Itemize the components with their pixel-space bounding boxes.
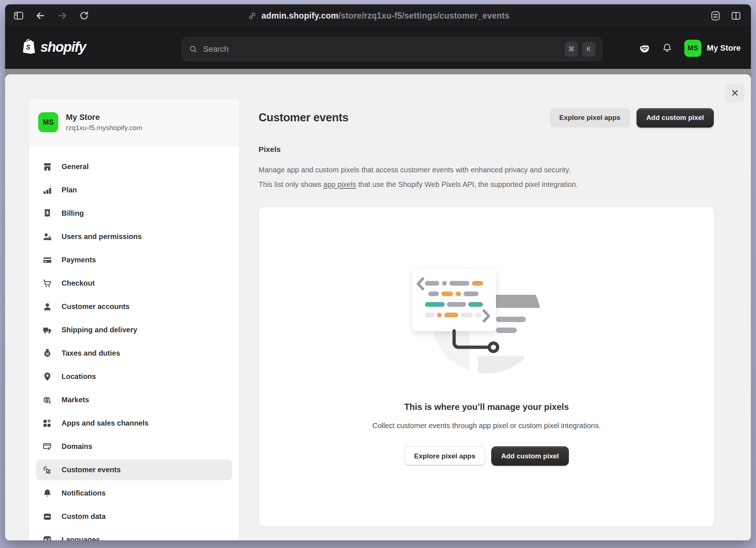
forward-icon[interactable] xyxy=(57,10,68,21)
sidebar-item-label: Domains xyxy=(62,442,92,451)
description-line1: Manage app and custom pixels that access… xyxy=(259,166,571,174)
svg-text:$: $ xyxy=(46,210,49,215)
store-menu[interactable]: MS My Store xyxy=(684,40,741,57)
empty-state-heading: This is where you’ll manage your pixels xyxy=(259,402,714,412)
sidebar-item-label: Languages xyxy=(62,536,100,540)
shopify-logo[interactable]: S shopify xyxy=(21,27,86,69)
k-key-badge: K xyxy=(582,42,595,56)
sidebar-item-label: Plan xyxy=(62,186,77,194)
svg-text:A: A xyxy=(44,538,48,540)
close-icon: ✕ xyxy=(731,87,739,99)
sidebar-store-name: My Store xyxy=(66,112,142,122)
sidebar-item-notifications[interactable]: Notifications xyxy=(36,483,232,504)
sidebar-item-label: Payments xyxy=(62,256,96,264)
shopify-wordmark: shopify xyxy=(40,39,86,57)
split-view-icon[interactable] xyxy=(731,11,741,21)
sidebar-item-general[interactable]: General xyxy=(36,156,232,177)
add-custom-pixel-button[interactable]: Add custom pixel xyxy=(637,108,714,128)
sidebar-item-label: Shipping and delivery xyxy=(62,326,137,334)
storefront-icon xyxy=(42,161,53,172)
apps-icon xyxy=(42,418,53,429)
pixels-illustration xyxy=(410,258,563,384)
settings-nav: GeneralPlan$BillingUsers and permissions… xyxy=(29,146,239,540)
sidebar-toggle-icon[interactable] xyxy=(13,10,24,21)
payments-icon xyxy=(42,255,53,266)
search-icon xyxy=(189,44,198,54)
description-line2-suffix: that use the Shopify Web Pixels API, the… xyxy=(356,180,578,188)
sidebar-item-label: Apps and sales channels xyxy=(62,419,149,427)
desktop: admin.shopify.com/store/rzq1xu-f5/settin… xyxy=(0,0,756,548)
shopify-bag-icon: S xyxy=(21,39,38,58)
store-avatar: MS xyxy=(684,40,701,57)
sidebar-item-custom-data[interactable]: Custom data xyxy=(36,506,232,527)
sidebar-store-header: MS My Store rzq1xu-f5.myshopify.com xyxy=(29,99,239,146)
locations-icon xyxy=(42,371,53,382)
url-path: /store/rzq1xu-f5/settings/customer_event… xyxy=(338,11,509,20)
sidebar-item-markets[interactable]: $Markets xyxy=(36,390,232,410)
cmd-key-badge: ⌘ xyxy=(565,42,578,56)
description-line2-prefix: This list only shows xyxy=(259,180,323,188)
custom-data-icon xyxy=(42,511,53,522)
sidebar-item-label: Users and permissions xyxy=(62,232,142,241)
sidebar-item-languages[interactable]: ALanguages xyxy=(36,529,232,540)
sidekick-icon[interactable] xyxy=(639,43,650,54)
reload-icon[interactable] xyxy=(79,10,90,21)
sidebar-item-billing[interactable]: $Billing xyxy=(36,203,232,224)
shipping-icon xyxy=(42,325,53,336)
settings-sidebar: MS My Store rzq1xu-f5.myshopify.com Gene… xyxy=(28,98,240,540)
pixels-section-heading: Pixels xyxy=(259,145,281,154)
markets-icon: $ xyxy=(42,395,53,406)
sidebar-item-taxes-and-duties[interactable]: Taxes and duties xyxy=(36,343,232,364)
sidebar-item-label: Customer accounts xyxy=(62,302,130,311)
sidebar-store-avatar: MS xyxy=(38,112,58,132)
sidebar-item-label: Markets xyxy=(62,396,89,404)
page-title: Customer events xyxy=(259,111,349,124)
browser-window: admin.shopify.com/store/rzq1xu-f5/settin… xyxy=(5,4,751,540)
domains-icon xyxy=(42,441,53,452)
sidebar-item-users-and-permissions[interactable]: Users and permissions xyxy=(36,226,232,247)
back-icon[interactable] xyxy=(35,10,46,21)
sidebar-item-checkout[interactable]: Checkout xyxy=(36,273,232,294)
shopify-header: S shopify ⌘ K xyxy=(5,27,751,69)
sidebar-item-locations[interactable]: Locations xyxy=(36,366,232,387)
browser-toolbar: admin.shopify.com/store/rzq1xu-f5/settin… xyxy=(5,4,751,27)
plan-icon xyxy=(42,185,53,196)
pixels-empty-state-card: This is where you’ll manage your pixels … xyxy=(259,206,714,527)
page-settings-icon[interactable] xyxy=(710,11,721,21)
languages-icon: A xyxy=(42,535,53,541)
sidebar-item-customer-events[interactable]: Customer events xyxy=(36,459,232,480)
svg-text:$: $ xyxy=(48,399,51,404)
svg-text:S: S xyxy=(26,44,31,51)
sidebar-item-label: General xyxy=(62,163,88,171)
customer-accounts-icon xyxy=(42,301,53,312)
global-search[interactable]: ⌘ K xyxy=(182,37,602,61)
empty-explore-pixel-apps-button[interactable]: Explore pixel apps xyxy=(404,446,485,466)
sidebar-item-label: Checkout xyxy=(62,279,95,287)
empty-add-custom-pixel-button[interactable]: Add custom pixel xyxy=(491,446,568,466)
sidebar-item-customer-accounts[interactable]: Customer accounts xyxy=(36,296,232,317)
url-host: admin.shopify.com xyxy=(261,11,338,20)
sidebar-item-domains[interactable]: Domains xyxy=(36,436,232,457)
sidebar-item-label: Custom data xyxy=(62,512,106,521)
explore-pixel-apps-button[interactable]: Explore pixel apps xyxy=(550,108,630,128)
users-icon xyxy=(42,231,53,242)
dimmed-page-backdrop: MS My Store rzq1xu-f5.myshopify.com Gene… xyxy=(5,69,751,540)
address-bar[interactable]: admin.shopify.com/store/rzq1xu-f5/settin… xyxy=(247,4,509,27)
close-button[interactable]: ✕ xyxy=(725,83,744,102)
sidebar-item-apps-and-sales-channels[interactable]: Apps and sales channels xyxy=(36,413,232,434)
notifications-bell-icon[interactable] xyxy=(662,43,673,54)
sidebar-store-domain: rzq1xu-f5.myshopify.com xyxy=(66,123,142,133)
sidebar-item-plan[interactable]: Plan xyxy=(36,180,232,200)
app-pixels-link[interactable]: app pixels xyxy=(323,180,356,188)
sidebar-item-shipping-and-delivery[interactable]: Shipping and delivery xyxy=(36,320,232,340)
notifications-icon xyxy=(42,488,53,499)
sidebar-item-payments[interactable]: Payments xyxy=(36,250,232,270)
billing-icon: $ xyxy=(42,208,53,219)
sidebar-item-label: Notifications xyxy=(62,489,106,497)
checkout-icon xyxy=(42,278,53,289)
empty-state-subtext: Collect customer events through app pixe… xyxy=(259,422,714,430)
search-input[interactable] xyxy=(202,44,560,54)
taxes-icon xyxy=(42,348,53,359)
sidebar-item-label: Customer events xyxy=(62,466,121,474)
customer-events-icon xyxy=(42,465,53,475)
